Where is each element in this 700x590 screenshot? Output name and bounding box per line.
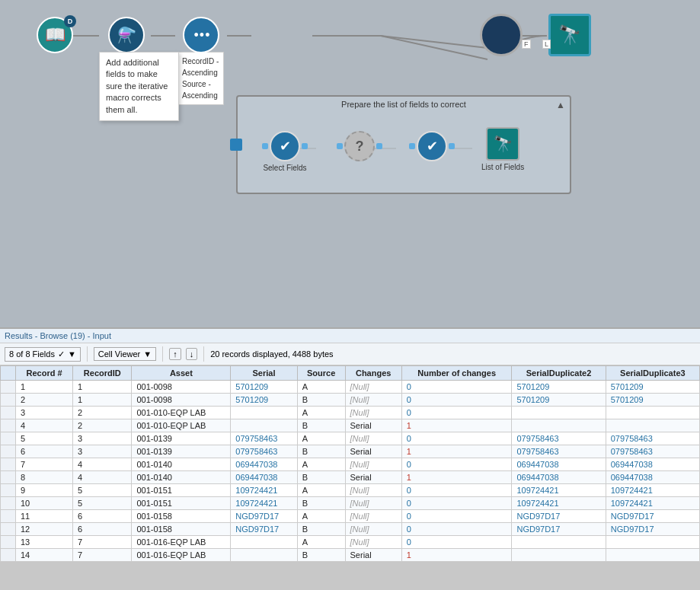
col-header-record[interactable]: Record # — [16, 366, 73, 381]
table-cell: 6 — [73, 510, 132, 523]
table-cell: 079758463 — [231, 432, 297, 445]
table-cell: 3 — [73, 432, 132, 445]
table-cell: [Null] — [345, 497, 401, 510]
col-header-serial[interactable]: Serial — [231, 366, 297, 381]
table-cell: 001-0139 — [132, 432, 231, 445]
fields-selector[interactable]: 8 of 8 Fields ✓ ▼ — [5, 347, 81, 362]
col-header-recordid[interactable]: RecordID — [73, 366, 132, 381]
cell-rownum — [1, 419, 16, 432]
table-row: 21001-00985701209B[Null]057012095701209 — [1, 394, 700, 407]
table-cell: 1 — [401, 471, 512, 484]
table-cell: 5701209 — [512, 381, 606, 394]
col-header-source[interactable]: Source — [297, 366, 345, 381]
node-input[interactable]: 📖 D — [37, 17, 73, 53]
table-cell: 0 — [401, 523, 512, 536]
table-cell: 079758463 — [231, 445, 297, 458]
subflow-node-question[interactable]: ? — [337, 131, 382, 161]
connector-label-l: L — [542, 40, 551, 49]
cell-rownum — [1, 484, 16, 497]
table-cell: 7 — [73, 549, 132, 562]
table-cell: NGD97D17 — [512, 510, 606, 523]
table-cell: A — [297, 407, 345, 419]
cell-rownum — [1, 381, 16, 394]
table-cell: 109724421 — [606, 497, 699, 510]
table-cell: 069447038 — [606, 471, 699, 484]
table-cell — [512, 549, 606, 562]
subflow-node-check2[interactable]: ✔ — [409, 131, 455, 161]
col-header-changes[interactable]: Changes — [345, 366, 401, 381]
table-cell: NGD97D17 — [231, 510, 297, 523]
cell-viewer-arrow[interactable]: ▼ — [143, 349, 152, 359]
data-table: Record # RecordID Asset Serial Source Ch… — [0, 365, 700, 562]
table-cell: 10 — [16, 497, 73, 510]
subflow-node-list-fields[interactable]: 🔭 List of Fields — [481, 127, 524, 171]
cell-rownum — [1, 497, 16, 510]
subflow-title: Prepare the list of fields to correct — [341, 100, 466, 109]
table-cell: 001-0098 — [132, 381, 231, 394]
table-cell: 5701209 — [606, 381, 699, 394]
cell-rownum — [1, 471, 16, 484]
col-header-asset[interactable]: Asset — [132, 366, 231, 381]
table-cell: B — [297, 497, 345, 510]
workflow-canvas: Add additional fields to make sure the i… — [0, 0, 700, 327]
table-cell: 069447038 — [231, 458, 297, 471]
table-cell: 0 — [401, 497, 512, 510]
cell-viewer-label: Cell Viewer — [98, 349, 140, 359]
col-header-nchanges[interactable]: Number of changes — [401, 366, 512, 381]
table-cell: 001-0098 — [132, 394, 231, 407]
table-cell: 5701209 — [606, 394, 699, 407]
subflow-label-select-fields: Select Fields — [263, 164, 306, 172]
col-header-rownum — [1, 366, 16, 381]
table-cell: 001-0158 — [132, 510, 231, 523]
connector-label-f: F — [522, 40, 531, 49]
cell-rownum — [1, 510, 16, 523]
table-cell: 5701209 — [231, 394, 297, 407]
table-cell — [606, 536, 699, 549]
fields-check-icon: ✓ — [58, 349, 65, 359]
sort-up-button[interactable]: ↑ — [169, 348, 181, 360]
table-cell: A — [297, 510, 345, 523]
table-cell: B — [297, 394, 345, 407]
table-cell: 069447038 — [512, 458, 606, 471]
fields-dropdown-icon[interactable]: ▼ — [68, 349, 76, 359]
table-cell — [231, 536, 297, 549]
node-center[interactable] — [480, 14, 523, 56]
table-cell — [512, 419, 606, 432]
table-cell: Serial — [345, 445, 401, 458]
col-header-sd2[interactable]: SerialDuplicate2 — [512, 366, 606, 381]
table-cell: 5701209 — [512, 394, 606, 407]
table-cell: 0 — [401, 536, 512, 549]
node-transform[interactable]: ⚗️ — [108, 17, 145, 53]
table-cell: B — [297, 523, 345, 536]
cell-rownum — [1, 536, 16, 549]
table-cell: 001-016-EQP LAB — [132, 549, 231, 562]
subflow-collapse-btn[interactable]: ▲ — [556, 100, 565, 110]
table-cell: 079758463 — [606, 432, 699, 445]
table-cell: A — [297, 458, 345, 471]
sort-down-button[interactable]: ↓ — [186, 348, 198, 360]
table-cell: 2 — [73, 419, 132, 432]
table-cell — [606, 419, 699, 432]
table-cell: 001-016-EQP LAB — [132, 536, 231, 549]
node-output-main[interactable]: 🔭 — [548, 14, 591, 56]
col-header-sd3[interactable]: SerialDuplicate3 — [606, 366, 699, 381]
table-cell: [Null] — [345, 484, 401, 497]
table-cell: 109724421 — [231, 484, 297, 497]
node-join[interactable]: • • • — [183, 17, 219, 53]
table-cell: 0 — [401, 458, 512, 471]
toolbar-divider-1 — [87, 346, 88, 362]
table-cell: 13 — [16, 536, 73, 549]
table-cell: B — [297, 445, 345, 458]
table-cell: 001-010-EQP LAB — [132, 407, 231, 419]
table-header-row: Record # RecordID Asset Serial Source Ch… — [1, 366, 700, 381]
table-cell: 069447038 — [512, 471, 606, 484]
subflow-node-select-fields[interactable]: ✔ Select Fields — [262, 131, 308, 172]
data-table-container[interactable]: Record # RecordID Asset Serial Source Ch… — [0, 365, 700, 562]
subflow-input-connector — [230, 139, 242, 151]
table-cell: 4 — [73, 471, 132, 484]
cell-viewer-dropdown[interactable]: Cell Viewer ▼ — [94, 347, 156, 361]
table-cell: 4 — [73, 458, 132, 471]
table-cell: [Null] — [345, 407, 401, 419]
table-cell: 109724421 — [512, 484, 606, 497]
table-cell: A — [297, 536, 345, 549]
